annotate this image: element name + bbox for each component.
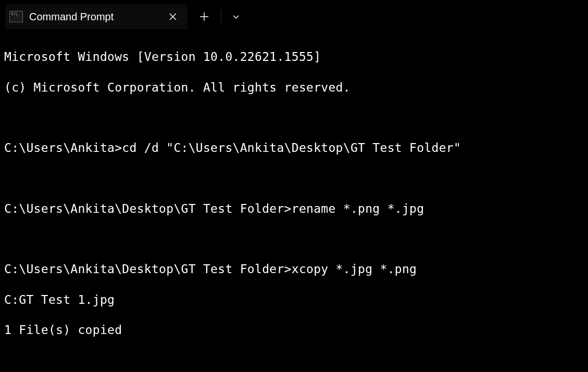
close-tab-button[interactable] (165, 8, 181, 25)
terminal-line: (c) Microsoft Corporation. All rights re… (4, 80, 584, 95)
new-tab-button[interactable] (194, 4, 215, 29)
tab-title: Command Prompt (29, 11, 165, 23)
terminal-line: C:\Users\Ankita>cd /d "C:\Users\Ankita\D… (4, 140, 584, 156)
terminal-line: 1 File(s) copied (4, 323, 584, 338)
toolbar-divider (221, 9, 221, 24)
terminal-line: C:\Users\Ankita\Desktop\GT Test Folder>r… (4, 201, 584, 216)
terminal-line: Microsoft Windows [Version 10.0.22621.15… (4, 49, 584, 65)
terminal-line (4, 110, 584, 125)
tab-command-prompt[interactable]: C:\_ Command Prompt (5, 4, 187, 29)
title-bar: C:\_ Command Prompt (0, 0, 588, 29)
terminal-line (4, 353, 584, 368)
plus-icon (199, 12, 209, 21)
tab-dropdown-button[interactable] (226, 4, 246, 29)
terminal-icon: C:\_ (9, 11, 23, 22)
terminal-line (4, 232, 584, 247)
terminal-line: C:GT Test 1.jpg (4, 292, 584, 307)
terminal-line (4, 171, 584, 186)
close-icon (169, 13, 177, 20)
terminal-line: C:\Users\Ankita\Desktop\GT Test Folder>x… (4, 262, 584, 277)
chevron-down-icon (232, 13, 240, 20)
terminal-output[interactable]: Microsoft Windows [Version 10.0.22621.15… (0, 29, 588, 372)
